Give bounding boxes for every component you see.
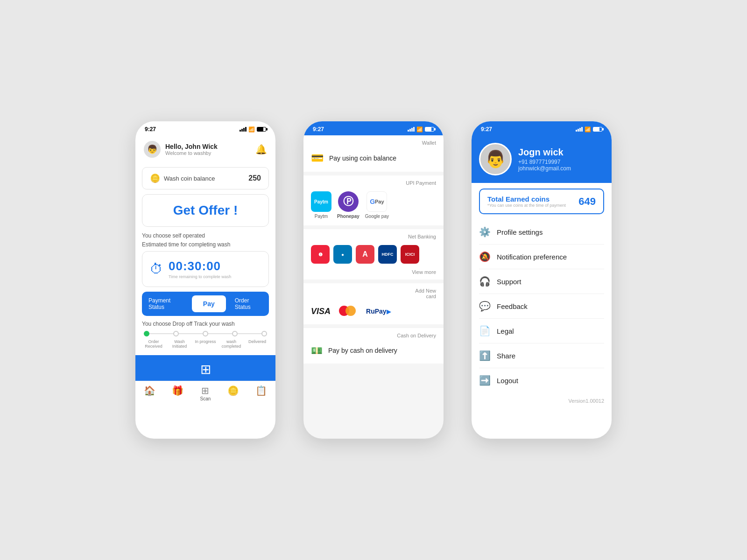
profile-avatar: 👨 <box>479 143 512 175</box>
step-label-5: Delivered <box>246 339 269 349</box>
time-3: 9:27 <box>481 126 492 133</box>
wifi-icon-3: 📶 <box>585 126 591 133</box>
phone-screen-3: 9:27 📶 👨 Jogn wick +91 8977719997 johnwi… <box>472 121 612 439</box>
nav-scan[interactable]: ⊞ Scan <box>200 385 211 401</box>
wifi-icon: 📶 <box>248 126 255 133</box>
menu-profile-settings[interactable]: ⚙️ Profile settings <box>479 220 604 245</box>
status-icons-1: 📶 <box>240 126 266 133</box>
phonepe-label: Phonepay <box>337 214 359 219</box>
logout-icon: ➡️ <box>479 375 490 386</box>
coins-info: Total Earned coins *You can use coins at… <box>487 195 566 208</box>
coins-sub: *You can use coins at the time of paymen… <box>487 203 566 208</box>
timer-box: ⏱ 00:30:00 Time remaining to complete wa… <box>142 251 269 287</box>
menu-support[interactable]: 🎧 Support <box>479 269 604 294</box>
nav-list[interactable]: 📋 <box>255 385 267 401</box>
status-bar-1: 9:27 📶 <box>135 121 275 135</box>
notification-bell-icon[interactable]: 🔔 <box>255 144 267 155</box>
mastercard-logo[interactable] <box>339 306 358 317</box>
wallet-section-label: Wallet <box>311 140 436 146</box>
offer-banner[interactable]: Get Offer ! <box>142 194 269 227</box>
step-label-4: washcompleted <box>220 339 243 349</box>
version-text: Version1.00012 <box>472 392 612 409</box>
time-1: 9:27 <box>145 126 156 133</box>
progress-line-3 <box>208 333 232 334</box>
coin-label: 🪙 Wash coin balance <box>150 173 215 183</box>
bank-logo-1[interactable]: ❶ <box>311 245 330 264</box>
menu-label-notification-preference: Notification preference <box>497 253 567 261</box>
phonepe-logo: Ⓟ <box>338 191 359 212</box>
wallet-nav-icon: 🪙 <box>227 385 239 396</box>
wallet-section: Wallet 💳 Pay using coin balance <box>303 135 444 172</box>
net-banking-section: Net Banking ❶ ● A HDFC ICICI View more <box>303 229 444 280</box>
upi-gpay[interactable]: GPay Google pay <box>365 191 389 219</box>
menu-label-feedback: Feedback <box>497 302 528 310</box>
coin-value: 250 <box>248 174 261 182</box>
profile-info: Jogn wick +91 8977719997 johnwick@gmail.… <box>518 147 571 172</box>
rupay-logo[interactable]: RuPay▶ <box>366 308 391 315</box>
upi-paytm[interactable]: Paytm Paytm <box>311 191 331 219</box>
wallet-pay-text: Pay using coin balance <box>329 154 396 162</box>
bank-logos-row: ❶ ● A HDFC ICICI <box>311 243 436 266</box>
progress-line-4 <box>238 333 261 334</box>
payment-status-label: Payment Status <box>142 292 190 316</box>
gpay-logo: GPay <box>366 191 387 212</box>
bank-logo-5[interactable]: ICICI <box>401 245 419 264</box>
qr-icon: ⊞ <box>200 362 211 377</box>
coins-label: Total Earned coins <box>487 195 566 203</box>
menu-notification-preference[interactable]: 🔕 Notification preference <box>479 245 604 269</box>
bottom-nav-bar: ⊞ 🏠 🎁 ⊞ Scan 🪙 <box>135 355 275 408</box>
action-button-row: Payment Status Pay Order Status <box>142 292 269 316</box>
greeting-name: Hello, John Wick <box>165 143 255 150</box>
wallet-icon: 💳 <box>311 152 324 164</box>
bank-logo-4[interactable]: HDFC <box>378 245 397 264</box>
cod-row[interactable]: 💵 Pay by cash on delivery <box>311 342 436 359</box>
profile-phone: +91 8977719997 <box>518 159 571 165</box>
dropoff-text: You choose Drop off Track your wash <box>142 321 269 327</box>
net-banking-label: Net Banking <box>408 234 436 239</box>
view-more-button[interactable]: View more <box>311 269 436 275</box>
menu-feedback[interactable]: 💬 Feedback <box>479 294 604 319</box>
coin-balance-box: 🪙 Wash coin balance 250 <box>142 167 269 189</box>
upi-options-row: Paytm Paytm Ⓟ Phonepay GPay Google pay <box>311 189 436 221</box>
notification-icon: 🔕 <box>479 251 490 262</box>
menu-logout[interactable]: ➡️ Logout <box>479 368 604 392</box>
battery-icon-3 <box>593 127 602 132</box>
scan-button[interactable]: ⊞ <box>135 360 275 381</box>
menu-label-legal: Legal <box>497 327 514 335</box>
card-section: Add New card VISA RuPay▶ <box>303 283 444 324</box>
avatar: 👦 <box>144 141 161 158</box>
user-header: 👦 Hello, John Wick Welcome to washby 🔔 <box>135 135 275 163</box>
progress-line-2 <box>179 333 203 334</box>
menu-share[interactable]: ⬆️ Share <box>479 343 604 368</box>
menu-legal[interactable]: 📄 Legal <box>479 319 604 343</box>
step-dot-2 <box>173 331 179 336</box>
nav-wallet[interactable]: 🪙 <box>227 385 239 401</box>
home-icon: 🏠 <box>144 385 155 396</box>
upi-phonepe[interactable]: Ⓟ Phonepay <box>337 191 359 219</box>
coins-value: 649 <box>578 196 596 208</box>
bank-logo-2[interactable]: ● <box>333 245 352 264</box>
nav-home[interactable]: 🏠 <box>144 385 155 401</box>
profile-menu: ⚙️ Profile settings 🔕 Notification prefe… <box>479 220 604 392</box>
cod-text: Pay by cash on delivery <box>328 347 397 354</box>
visa-logo[interactable]: VISA <box>311 307 331 316</box>
profile-header: 👨 Jogn wick +91 8977719997 johnwick@gmai… <box>472 135 612 183</box>
progress-labels: OrderReceived WashInitiated In progress … <box>142 339 269 349</box>
upi-section-label: UPI Payment <box>311 180 436 186</box>
timer-display: 00:30:00 Time remaining to complete wash <box>169 259 231 279</box>
signal-icon-3 <box>576 127 583 132</box>
coin-icon: 🪙 <box>150 173 160 183</box>
timer-icon: ⏱ <box>150 261 163 277</box>
greeting: Hello, John Wick Welcome to washby <box>165 143 255 156</box>
paytm-label: Paytm <box>315 214 328 219</box>
time-2: 9:27 <box>313 126 324 133</box>
order-status-label: Order Status <box>228 292 269 316</box>
nav-gift[interactable]: 🎁 <box>172 385 183 401</box>
coins-box: Total Earned coins *You can use coins at… <box>479 189 604 214</box>
status-bar-2: 9:27 📶 <box>303 121 444 135</box>
bank-logo-3[interactable]: A <box>356 245 374 264</box>
wallet-row[interactable]: 💳 Pay using coin balance <box>311 149 436 167</box>
step-label-1: OrderReceived <box>142 339 165 349</box>
profile-email: johnwick@gmail.com <box>518 165 571 172</box>
pay-button[interactable]: Pay <box>192 295 226 312</box>
